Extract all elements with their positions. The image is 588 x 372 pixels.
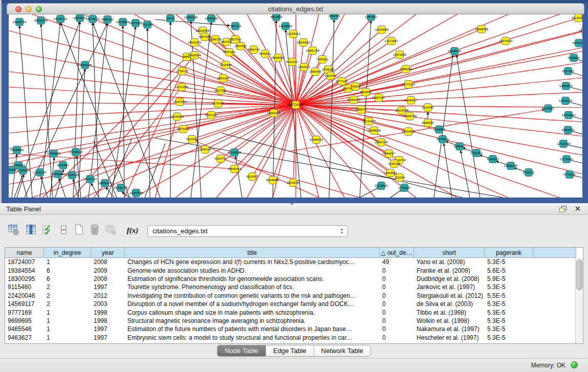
table-cell[interactable]: 1 — [44, 325, 91, 333]
table-cell[interactable]: 2008 — [91, 258, 125, 266]
table-row[interactable]: 969969511998Structural magnetic resonanc… — [5, 317, 576, 325]
graph-node[interactable]: 252254 — [395, 174, 405, 182]
table-panel-header[interactable]: ◢ Table Panel ✕ — [0, 203, 588, 215]
table-cell[interactable]: 5.5E-5 — [485, 292, 533, 300]
column-header-pagerank[interactable]: pagerank — [485, 248, 533, 258]
close-panel-icon[interactable]: ✕ — [574, 204, 581, 213]
graph-node[interactable]: 15723 — [166, 15, 175, 23]
function-builder-icon[interactable]: f(x) — [126, 224, 139, 240]
table-row[interactable]: 911546021997Tourette syndrome. Phenomeno… — [5, 283, 576, 291]
table-cell[interactable]: Investigating the contribution of common… — [125, 292, 380, 300]
column-header-name[interactable]: name — [5, 248, 44, 258]
table-cell[interactable]: 5.6E-5 — [485, 266, 533, 274]
table-cell[interactable]: 1 — [44, 317, 91, 325]
table-cell[interactable]: 49 — [380, 258, 414, 266]
table-cell[interactable]: Tibbo et al. (1998) — [414, 308, 485, 316]
table-cell[interactable]: 5.3E-5 — [485, 334, 533, 342]
table-cell[interactable]: Embryonic stem cells: a model to study s… — [125, 334, 380, 342]
new-column-icon[interactable] — [73, 224, 86, 238]
tab-edge-table[interactable]: Edge Table — [266, 345, 314, 356]
table-selector-combobox[interactable]: citations_edges.txt ▲▼ — [147, 225, 348, 237]
table-cell[interactable] — [533, 334, 576, 342]
table-cell[interactable]: 9699695 — [5, 317, 44, 325]
table-cell[interactable]: Wolkin et al. (1998) — [414, 317, 485, 325]
table-cell[interactable] — [533, 292, 576, 300]
table-cell[interactable] — [533, 258, 576, 266]
table-row[interactable]: 977716911998Corpus callosum shape and si… — [5, 308, 576, 316]
table-cell[interactable]: Structural magnetic resonance image aver… — [125, 317, 380, 325]
table-cell[interactable]: 18300295 — [5, 275, 44, 283]
column-header-short[interactable]: short — [414, 248, 485, 258]
table-cell[interactable]: de Silva et al. (2003) — [414, 300, 485, 308]
table-cell[interactable]: Estimation of the future numbers of pati… — [125, 325, 380, 333]
node-table-grid[interactable]: namein_degreeyeartitle△ out_de…shortpage… — [5, 248, 576, 342]
table-row[interactable]: 1830029562008Estimation of significance … — [5, 275, 576, 283]
table-cell[interactable]: 2009 — [91, 266, 125, 274]
table-cell[interactable]: 0 — [380, 317, 414, 325]
table-vertical-scrollbar[interactable] — [575, 258, 583, 343]
table-cell[interactable]: 2 — [44, 292, 91, 300]
table-cell[interactable]: 0 — [380, 300, 414, 308]
table-cell[interactable]: 1998 — [91, 308, 125, 316]
table-cell[interactable]: 1 — [44, 258, 91, 266]
table-row[interactable]: 1938455462009Genome-wide association stu… — [5, 266, 576, 274]
column-header-out_de[interactable]: △ out_de… — [380, 248, 414, 258]
table-cell[interactable]: 0 — [380, 325, 414, 333]
column-header-filler[interactable] — [533, 248, 576, 258]
table-cell[interactable]: 2012 — [91, 292, 125, 300]
table-cell[interactable]: Changes of HCN gene expression and I(f) … — [125, 258, 380, 266]
table-row[interactable]: 2242004622012Investigating the contribut… — [5, 292, 576, 300]
table-cell[interactable]: 22420046 — [5, 292, 44, 300]
table-cell[interactable]: Tourette syndrome. Phenomenology and cla… — [125, 283, 380, 291]
table-cell[interactable]: 6 — [44, 275, 91, 283]
table-cell[interactable]: 1997 — [91, 334, 125, 342]
float-panel-icon[interactable] — [559, 206, 567, 212]
table-row[interactable]: 1872400712008Changes of HCN gene express… — [5, 258, 576, 266]
scrollbar-thumb[interactable] — [576, 259, 582, 290]
delete-column-icon[interactable] — [88, 224, 101, 238]
table-cell[interactable]: Hescheler et al. (1997) — [414, 334, 485, 342]
table-cell[interactable] — [533, 317, 576, 325]
network-window-titlebar[interactable]: citations_edges.txt — [7, 3, 584, 14]
table-cell[interactable]: 1997 — [91, 325, 125, 333]
column-header-year[interactable]: year — [91, 248, 125, 258]
table-cell[interactable]: 5.3E-5 — [485, 283, 533, 291]
table-cell[interactable]: 2008 — [91, 275, 125, 283]
table-cell[interactable]: 9463627 — [5, 334, 44, 342]
table-cell[interactable]: 0 — [380, 275, 414, 283]
table-cell[interactable] — [533, 300, 576, 308]
table-cell[interactable]: 0 — [380, 283, 414, 291]
memory-status-indicator[interactable] — [571, 361, 578, 368]
table-cell[interactable]: 1997 — [91, 283, 125, 291]
table-cell[interactable]: 0 — [380, 334, 414, 342]
tab-node-table[interactable]: Node Table — [217, 345, 266, 356]
table-cell[interactable]: 9465546 — [5, 325, 44, 333]
table-cell[interactable]: 1 — [44, 308, 91, 316]
table-cell[interactable]: 19384554 — [5, 266, 44, 274]
table-cell[interactable]: 5.3E-5 — [485, 317, 533, 325]
table-cell[interactable] — [533, 275, 576, 283]
graph-node[interactable]: 746266 — [351, 83, 361, 91]
table-row[interactable]: 946554611997Estimation of the future num… — [5, 325, 576, 333]
table-cell[interactable]: Nakamura et al. (1997) — [414, 325, 485, 333]
column-header-title[interactable]: title — [125, 248, 380, 258]
table-cell[interactable]: 5.9E-5 — [485, 275, 533, 283]
table-cell[interactable]: Genome-wide association studies in ADHD. — [125, 266, 380, 274]
table-cell[interactable]: 18724007 — [5, 258, 44, 266]
table-cell[interactable]: 5.3E-5 — [485, 308, 533, 316]
table-cell[interactable]: 2003 — [91, 300, 125, 308]
tab-network-table[interactable]: Network Table — [314, 345, 371, 356]
table-cell[interactable] — [533, 308, 576, 316]
table-cell[interactable]: Dudbridge et al. (2008) — [414, 275, 485, 283]
table-cell[interactable]: 6 — [44, 266, 91, 274]
table-cell[interactable] — [533, 325, 576, 333]
select-all-rows-icon[interactable] — [41, 224, 54, 238]
table-cell[interactable]: Jankovic et al. (1997) — [414, 283, 485, 291]
table-cell[interactable]: Corpus callosum shape and size in male p… — [125, 308, 380, 316]
table-cell[interactable]: Disruption of a novel member of a sodium… — [125, 300, 380, 308]
table-cell[interactable]: 0 — [380, 266, 414, 274]
table-row[interactable]: 946362711997Embryonic stem cells: a mode… — [5, 334, 576, 342]
table-cell[interactable]: Estimation of significance thresholds fo… — [125, 275, 380, 283]
table-cell[interactable]: 9115460 — [5, 283, 44, 291]
table-cell[interactable]: 14569117 — [5, 300, 44, 308]
